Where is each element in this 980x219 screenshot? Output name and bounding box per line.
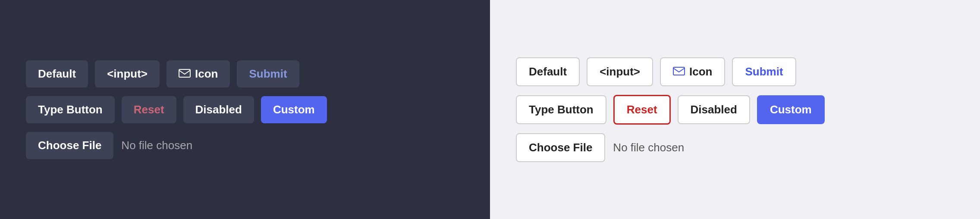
svg-rect-0 xyxy=(179,69,190,77)
light-choose-file-button[interactable]: Choose File xyxy=(516,133,605,162)
light-input-label: <input> xyxy=(600,65,640,78)
light-row-2: Type Button Reset Disabled Custom xyxy=(516,95,825,125)
light-no-file-text: No file chosen xyxy=(613,141,684,154)
dark-disabled-label: Disabled xyxy=(195,103,242,116)
light-custom-button[interactable]: Custom xyxy=(757,95,825,124)
light-typebutton-button[interactable]: Type Button xyxy=(516,95,606,124)
light-icon-label: Icon xyxy=(689,65,712,78)
dark-icon-button[interactable]: Icon xyxy=(166,60,230,88)
light-reset-button[interactable]: Reset xyxy=(613,95,671,125)
light-typebutton-label: Type Button xyxy=(529,103,594,116)
dark-typebutton-button[interactable]: Type Button xyxy=(26,96,115,123)
dark-input-button[interactable]: <input> xyxy=(95,60,160,88)
dark-typebutton-label: Type Button xyxy=(38,103,103,116)
dark-panel: Default <input> Icon Submit Type Button … xyxy=(0,0,490,219)
dark-choose-file-button[interactable]: Choose File xyxy=(26,132,113,159)
dark-submit-label: Submit xyxy=(249,67,287,81)
envelope-icon xyxy=(179,67,191,81)
envelope-icon-light xyxy=(673,65,685,78)
dark-row-1: Default <input> Icon Submit xyxy=(26,60,299,88)
light-disabled-label: Disabled xyxy=(691,103,737,116)
dark-input-label: <input> xyxy=(107,67,148,81)
dark-file-row: Choose File No file chosen xyxy=(26,132,192,159)
light-panel: Default <input> Icon Submit Type Button … xyxy=(490,0,980,219)
dark-reset-button[interactable]: Reset xyxy=(122,96,176,123)
light-submit-button[interactable]: Submit xyxy=(732,57,796,86)
light-submit-label: Submit xyxy=(745,65,783,78)
light-file-row: Choose File No file chosen xyxy=(516,133,684,162)
dark-reset-label: Reset xyxy=(134,103,164,116)
light-row-1: Default <input> Icon Submit xyxy=(516,57,796,86)
light-custom-label: Custom xyxy=(770,103,812,116)
light-choose-file-label: Choose File xyxy=(529,141,592,154)
dark-custom-button[interactable]: Custom xyxy=(261,96,327,123)
light-disabled-button[interactable]: Disabled xyxy=(678,95,750,124)
dark-default-label: Default xyxy=(38,67,76,81)
light-input-button[interactable]: <input> xyxy=(587,57,653,86)
light-default-label: Default xyxy=(529,65,567,78)
dark-row-2: Type Button Reset Disabled Custom xyxy=(26,96,327,123)
dark-choose-file-label: Choose File xyxy=(38,139,101,152)
dark-disabled-button[interactable]: Disabled xyxy=(183,96,254,123)
svg-rect-1 xyxy=(673,67,685,75)
light-icon-button[interactable]: Icon xyxy=(660,57,725,86)
dark-no-file-text: No file chosen xyxy=(121,139,192,152)
dark-custom-label: Custom xyxy=(273,103,315,116)
dark-submit-button[interactable]: Submit xyxy=(237,60,299,88)
light-default-button[interactable]: Default xyxy=(516,57,580,86)
light-reset-label: Reset xyxy=(627,103,657,116)
dark-icon-label: Icon xyxy=(195,67,218,81)
dark-default-button[interactable]: Default xyxy=(26,60,88,88)
